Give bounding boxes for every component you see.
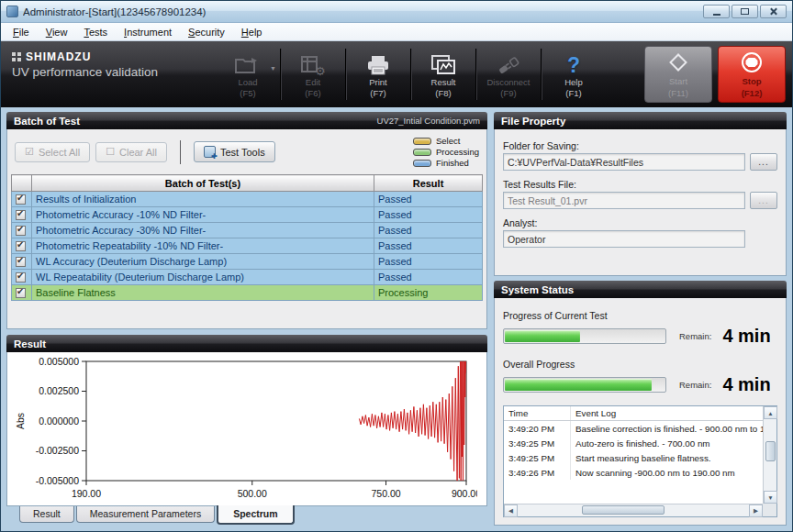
test-result: Passed (374, 207, 483, 223)
scroll-down-icon[interactable]: ▼ (764, 491, 777, 504)
select-all-button[interactable]: ☑Select All (15, 142, 90, 162)
test-result: Passed (374, 223, 483, 238)
spectrum-chart-svg: 0.0050000.0025000.000000-0.002500-0.0050… (9, 354, 477, 525)
log-vertical-scrollbar[interactable]: ▲ ▼ (763, 406, 776, 504)
row-checkbox[interactable] (16, 272, 26, 283)
analyst-input[interactable] (503, 230, 745, 248)
log-event: Baseline correction is finished. - 900.0… (570, 421, 763, 436)
brand-name: SHIMADZU (26, 50, 91, 63)
load-button[interactable]: Load (F5) ▼ (218, 41, 278, 107)
table-row[interactable]: Photometric Repeatability -10% ND Filter… (12, 238, 483, 254)
menu-help[interactable]: Help (233, 25, 271, 39)
toolbar-separator (345, 49, 346, 100)
folder-saving-input[interactable] (503, 153, 745, 171)
tab-result[interactable]: Result (19, 506, 74, 523)
edit-key: (F6) (305, 88, 320, 98)
table-row[interactable]: Baseline FlatnessProcessing (12, 285, 483, 301)
analyst-label: Analyst: (503, 217, 777, 228)
log-row: 3:49:26 PMNow scanning -900.00 nm to 190… (504, 465, 763, 480)
table-row[interactable]: Photometric Accuracy -30% ND Filter-Pass… (12, 223, 483, 238)
row-checkbox[interactable] (16, 288, 26, 298)
result-icon (430, 50, 457, 76)
test-result: Passed (374, 238, 483, 254)
help-button[interactable]: ? Help (F1) (543, 41, 604, 107)
file-property-title: File Property (501, 116, 565, 127)
horizontal-scroll-thumb[interactable] (582, 505, 665, 515)
disconnect-label: Disconnect (487, 77, 531, 87)
title-bar[interactable]: Administrator-[Start](12345678901234) (1, 1, 792, 23)
table-row[interactable]: WL Accuracy (Deuterium Discharge Lamp)Pa… (12, 254, 483, 270)
scroll-right-icon[interactable]: ▶ (749, 504, 763, 517)
test-result: Processing (374, 285, 483, 301)
file-property-header: File Property (494, 112, 787, 129)
legend-processing-swatch (413, 149, 431, 156)
tools-separator (180, 140, 181, 164)
scroll-left-icon[interactable]: ◀ (504, 504, 518, 517)
legend-select-swatch (413, 138, 431, 145)
maximize-button[interactable] (732, 5, 758, 18)
menu-view[interactable]: View (38, 25, 76, 39)
close-icon (769, 7, 777, 16)
tab-measurement-parameters[interactable]: Measurement Parameters (76, 506, 215, 523)
load-dropdown-icon[interactable]: ▼ (270, 63, 276, 73)
log-time: 3:49:26 PM (504, 465, 570, 480)
minimize-icon (713, 14, 720, 16)
disconnect-button[interactable]: Disconnect (F9) (478, 41, 539, 107)
folder-browse-button[interactable]: ... (750, 153, 777, 171)
load-key: (F5) (240, 88, 255, 98)
scroll-up-icon[interactable]: ▲ (764, 406, 777, 419)
start-key: (F11) (668, 88, 688, 98)
result-button[interactable]: Result (F8) (413, 41, 474, 107)
print-button[interactable]: Print (F7) (348, 41, 408, 107)
minimize-button[interactable] (703, 5, 730, 18)
test-name: WL Repeatability (Deuterium Discharge La… (32, 270, 374, 285)
row-checkbox[interactable] (16, 257, 26, 267)
row-checkbox[interactable] (16, 210, 26, 220)
file-browse-button[interactable]: ... (750, 192, 777, 209)
table-row[interactable]: Results of InitializationPassed (12, 192, 483, 207)
print-label: Print (369, 77, 387, 87)
file-property-body: Folder for Saving: ... Test Results File… (494, 129, 787, 276)
app-icon (6, 6, 18, 17)
log-row: 3:49:25 PMStart measuring baseline flatn… (504, 450, 763, 465)
menu-file[interactable]: File (5, 25, 38, 39)
start-label: Start (669, 76, 687, 86)
svg-text:-0.002500: -0.002500 (36, 445, 79, 456)
menu-tests[interactable]: Tests (75, 25, 116, 39)
content-area: Batch of Test UV27_Intial Condition.pvm … (1, 107, 792, 531)
vertical-scroll-thumb[interactable] (765, 441, 776, 461)
legend-finished-swatch (413, 160, 431, 167)
edit-icon: ⚙ (300, 50, 326, 76)
row-checkbox[interactable] (16, 194, 26, 205)
test-name-column-header: Batch of Test(s) (32, 175, 374, 192)
log-event: Start measuring baseline flatness. (570, 450, 763, 465)
table-row[interactable]: Photometric Accuracy -10% ND Filter-Pass… (12, 207, 483, 223)
log-event: Now scanning -900.00 nm to 190.00 nm (570, 465, 763, 480)
brand-block: SHIMADZU UV performance validation (5, 41, 218, 107)
menu-security[interactable]: Security (180, 25, 233, 39)
table-row[interactable]: WL Repeatability (Deuterium Discharge La… (12, 270, 483, 285)
close-button[interactable] (760, 5, 787, 18)
test-result: Passed (374, 192, 483, 207)
row-checkbox[interactable] (16, 226, 26, 236)
test-tools-button[interactable]: Test Tools (194, 141, 275, 162)
menu-instrument[interactable]: Instrument (116, 25, 180, 39)
system-status-header: System Status (494, 281, 787, 298)
disconnect-icon (495, 50, 522, 76)
result-key: (F8) (435, 88, 451, 98)
svg-text:750.00: 750.00 (371, 488, 400, 499)
edit-button[interactable]: ⚙ Edit (F6) (283, 41, 343, 107)
stop-button[interactable]: Stop (F12) (718, 46, 786, 103)
row-checkbox[interactable] (16, 241, 26, 251)
batch-panel-title: Batch of Test (14, 116, 80, 127)
event-log-table: Time Event Log 3:49:20 PMBaseline correc… (504, 406, 763, 504)
toolbar-separator (410, 49, 411, 100)
start-button[interactable]: Start (F11) (644, 46, 712, 103)
tab-spectrum[interactable]: Spectrum (217, 505, 294, 525)
app-subtitle: UV performance validation (12, 65, 218, 79)
test-results-file-input[interactable] (503, 192, 745, 209)
clear-all-button[interactable]: ☐Clear All (95, 142, 167, 162)
test-name: Baseline Flatness (32, 285, 374, 301)
current-remain-value: 4 min (722, 326, 770, 347)
log-horizontal-scrollbar[interactable]: ◀ ▶ (504, 504, 763, 516)
